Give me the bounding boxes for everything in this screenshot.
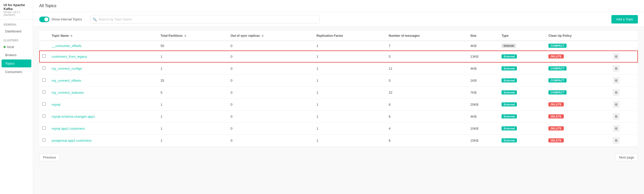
cleanup-badge: DELETE <box>548 102 563 106</box>
settings-button[interactable]: ⚙ <box>613 101 620 108</box>
table-row: customers_from_legacy 1 0 1 5 13KB Exter… <box>39 51 638 63</box>
row-checkbox[interactable] <box>42 78 46 82</box>
table-row: mysql.app1.customers 1 0 1 4 10KB Extern… <box>39 123 638 135</box>
topic-name[interactable]: postgresql.app2.customers <box>49 135 157 147</box>
actions-cell: ⚙ <box>610 51 638 63</box>
col-header-out-of-sync[interactable]: Out of sync replicas ⇅ <box>228 31 313 41</box>
app-logo: UI for Apache Kafka Version: v0.2.1 (da2… <box>0 0 33 20</box>
col-header-cleanup: Clean Up Policy <box>545 31 610 41</box>
size: 13KB <box>467 51 499 63</box>
table-row: my_connect_configs 1 0 1 11 4KB External… <box>39 63 638 75</box>
out-of-sync: 0 <box>228 111 313 123</box>
previous-button[interactable]: Previous <box>39 154 60 161</box>
cleanup-badge-cell: DELETE <box>545 135 610 147</box>
settings-button[interactable]: ⚙ <box>613 77 620 84</box>
type-badge-cell: External <box>498 111 545 123</box>
num-messages: 22 <box>386 87 467 99</box>
page-header: All Topics <box>33 0 644 12</box>
type-badge: Internal <box>502 44 516 48</box>
topic-name[interactable]: mysql-schema-changes.app1 <box>49 111 157 123</box>
topic-name[interactable]: my_connect_offsets <box>49 75 157 87</box>
topic-name[interactable]: my_connect_configs <box>49 63 157 75</box>
size: 20KB <box>467 99 499 111</box>
num-messages: 6 <box>386 99 467 111</box>
search-box: 🔍 <box>90 15 320 23</box>
toolbar: Show Internal Topics 🔍 Add a Topic <box>33 12 644 27</box>
col-header-name[interactable]: Topic Name ⇅ <box>49 31 157 41</box>
col-header-partitions[interactable]: Total Partitions ⇅ <box>157 31 228 41</box>
app-version: Version: v0.2.1 (da29a20) <box>4 11 29 16</box>
total-partitions: 1 <box>157 123 228 135</box>
table-row: mysql-schema-changes.app1 1 0 1 6 4KB Ex… <box>39 111 638 123</box>
cleanup-badge: COMPACT <box>548 44 567 48</box>
checkbox-cell <box>39 123 49 135</box>
row-checkbox[interactable] <box>42 66 46 70</box>
out-of-sync: 0 <box>228 51 313 63</box>
internal-topics-toggle[interactable] <box>39 17 49 22</box>
cluster-name: local <box>7 45 14 49</box>
settings-button[interactable]: ⚙ <box>613 89 620 96</box>
settings-button[interactable]: ⚙ <box>613 113 620 120</box>
row-checkbox[interactable] <box>42 102 46 106</box>
settings-button[interactable]: ⚙ <box>613 137 620 144</box>
num-messages: 11 <box>386 63 467 75</box>
topic-name[interactable]: my_connect_statuses <box>49 87 157 99</box>
sidebar-item-topics[interactable]: Topics <box>2 59 31 67</box>
actions-cell: ⚙ <box>610 135 638 147</box>
settings-button[interactable]: ⚙ <box>613 53 620 60</box>
col-header-size: Size <box>467 31 499 41</box>
replication-factor: 1 <box>313 87 386 99</box>
cleanup-badge: DELETE <box>548 114 563 118</box>
size: 4KB <box>467 63 499 75</box>
search-input[interactable] <box>90 15 320 23</box>
type-badge-cell: External <box>498 63 545 75</box>
topic-name[interactable]: mysql <box>49 99 157 111</box>
type-badge: External <box>502 114 517 118</box>
total-partitions: 1 <box>157 135 228 147</box>
total-partitions: 1 <box>157 51 228 63</box>
row-checkbox[interactable] <box>42 90 46 94</box>
total-partitions: 1 <box>157 99 228 111</box>
toggle-slider <box>39 17 49 22</box>
actions-cell: ⚙ <box>610 111 638 123</box>
topic-name[interactable]: customers_from_legacy <box>49 51 157 63</box>
sidebar-item-brokers[interactable]: Brokers <box>2 51 31 59</box>
cleanup-badge-cell: COMPACT <box>545 75 610 87</box>
out-of-sync: 0 <box>228 87 313 99</box>
type-badge: External <box>502 78 517 82</box>
size: 15KB <box>467 135 499 147</box>
pagination: Previous Next page <box>33 151 644 164</box>
sort-icon-name: ⇅ <box>70 34 72 37</box>
total-partitions: 1 <box>157 63 228 75</box>
cleanup-badge: DELETE <box>548 138 563 142</box>
topic-name[interactable]: mysql.app1.customers <box>49 123 157 135</box>
settings-button[interactable]: ⚙ <box>613 65 620 72</box>
checkbox-cell <box>39 75 49 87</box>
add-topic-button[interactable]: Add a Topic <box>611 15 638 23</box>
row-checkbox[interactable] <box>42 54 46 58</box>
type-badge: External <box>502 54 517 58</box>
replication-factor: 1 <box>313 51 386 63</box>
row-checkbox[interactable] <box>42 138 46 142</box>
settings-button[interactable]: ⚙ <box>613 125 620 132</box>
main-content: All Topics Show Internal Topics 🔍 Add a … <box>33 0 644 194</box>
sidebar-item-consumers[interactable]: Consumers <box>2 68 31 76</box>
actions-cell: ⚙ <box>610 99 638 111</box>
row-checkbox[interactable] <box>42 114 46 118</box>
next-button[interactable]: Next page <box>615 154 638 161</box>
sidebar-item-dashboard[interactable]: Dashboard <box>2 27 31 35</box>
checkbox-cell <box>39 99 49 111</box>
replication-factor: 1 <box>313 75 386 87</box>
sort-icon-outofsync: ⇅ <box>261 34 264 37</box>
table-row: my_connect_statuses 5 0 1 22 7KB Externa… <box>39 87 638 99</box>
out-of-sync: 0 <box>228 135 313 147</box>
cluster-row[interactable]: local <box>0 43 33 51</box>
checkbox-cell <box>39 135 49 147</box>
size: 1KB <box>467 75 499 87</box>
total-partitions: 5 <box>157 87 228 99</box>
out-of-sync: 0 <box>228 41 313 51</box>
topic-name[interactable]: __consumer_offsets <box>49 41 157 51</box>
actions-cell: ⚙ <box>610 123 638 135</box>
table-row: mysql 1 0 1 6 20KB External DELETE ⚙ <box>39 99 638 111</box>
row-checkbox[interactable] <box>42 126 46 130</box>
